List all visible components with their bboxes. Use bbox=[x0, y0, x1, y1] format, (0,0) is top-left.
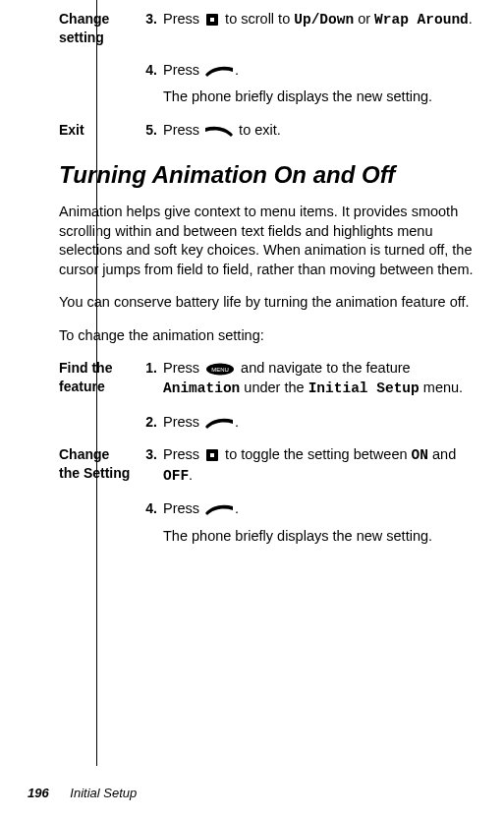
step-number: 3. bbox=[138, 10, 163, 29]
step-body: Press to exit. bbox=[163, 121, 486, 141]
follow-text: The phone briefly displays the new setti… bbox=[163, 88, 486, 107]
softkey-right-icon bbox=[205, 417, 233, 429]
step-body: Press to scroll to Up/Down or Wrap Aroun… bbox=[163, 10, 486, 30]
mono-text: Initial Setup bbox=[308, 380, 420, 396]
page-number: 196 bbox=[28, 786, 49, 800]
svg-rect-1 bbox=[210, 18, 214, 22]
row-label: Change the Setting bbox=[59, 445, 138, 483]
text: Press bbox=[163, 414, 203, 430]
text: . bbox=[235, 62, 239, 78]
step-row: Change setting 3. Press to scroll to Up/… bbox=[59, 10, 486, 47]
softkey-right-icon bbox=[205, 65, 233, 77]
step-row: 4. Press . The phone briefly displays th… bbox=[59, 61, 486, 107]
softkey-left-icon bbox=[205, 125, 233, 137]
text: Press bbox=[163, 11, 203, 27]
step-number: 1. bbox=[138, 359, 163, 378]
mono-text: ON bbox=[412, 447, 428, 463]
mono-text: Up/Down bbox=[294, 12, 354, 28]
step-body: Press MENU and navigate to the feature A… bbox=[163, 359, 486, 398]
text: Press bbox=[163, 360, 203, 376]
row-label: Find the feature bbox=[59, 359, 138, 396]
step-number: 5. bbox=[138, 121, 163, 140]
paragraph: You can conserve battery life by turning… bbox=[59, 293, 486, 313]
nav-key-icon bbox=[205, 448, 219, 462]
nav-key-icon bbox=[205, 13, 219, 27]
step-row: Exit 5. Press to exit. bbox=[59, 121, 486, 141]
text: Press bbox=[163, 62, 203, 78]
text: . bbox=[469, 11, 473, 27]
page-footer: 196 Initial Setup bbox=[28, 786, 137, 800]
text: or bbox=[354, 11, 374, 27]
text: to exit. bbox=[235, 122, 281, 138]
paragraph: Animation helps give context to menu ite… bbox=[59, 203, 486, 279]
step-body: Press . The phone briefly displays the n… bbox=[163, 61, 486, 107]
svg-text:MENU: MENU bbox=[211, 367, 229, 373]
step-row: Find the feature 1. Press MENU and navig… bbox=[59, 359, 486, 398]
step-number: 4. bbox=[138, 61, 163, 80]
softkey-right-icon bbox=[205, 503, 233, 515]
content-area: Change setting 3. Press to scroll to Up/… bbox=[59, 10, 486, 546]
section-heading: Turning Animation On and Off bbox=[59, 161, 486, 189]
step-row: Change the Setting 3. Press to toggle th… bbox=[59, 445, 486, 486]
step-body: Press . The phone briefly displays the n… bbox=[163, 499, 486, 546]
page: Change setting 3. Press to scroll to Up/… bbox=[0, 0, 504, 818]
text: Press bbox=[163, 122, 203, 138]
text: under the bbox=[240, 380, 308, 395]
step-number: 4. bbox=[138, 499, 163, 518]
row-label: Change setting bbox=[59, 10, 138, 47]
step-body: Press . bbox=[163, 413, 486, 433]
step-body: Press to toggle the setting between ON a… bbox=[163, 445, 486, 486]
text: Press bbox=[163, 500, 203, 516]
follow-text: The phone briefly displays the new setti… bbox=[163, 527, 486, 547]
text: and bbox=[428, 446, 456, 462]
row-label: Exit bbox=[59, 121, 138, 140]
text: menu. bbox=[420, 380, 463, 395]
step-row: 4. Press . The phone briefly displays th… bbox=[59, 499, 486, 546]
text: and navigate to the feature bbox=[237, 360, 411, 376]
mono-text: OFF bbox=[163, 468, 189, 484]
mono-text: Animation bbox=[163, 380, 240, 396]
step-number: 3. bbox=[138, 445, 163, 464]
mono-text: Wrap Around bbox=[374, 12, 469, 28]
text: . bbox=[235, 500, 239, 516]
footer-title: Initial Setup bbox=[70, 786, 137, 800]
menu-key-icon: MENU bbox=[205, 363, 235, 376]
text: Press bbox=[163, 446, 203, 462]
step-number: 2. bbox=[138, 413, 163, 432]
text: . bbox=[189, 467, 193, 483]
paragraph: To change the animation setting: bbox=[59, 326, 486, 346]
text: to scroll to bbox=[221, 11, 294, 27]
step-row: 2. Press . bbox=[59, 413, 486, 433]
svg-rect-5 bbox=[210, 453, 214, 457]
text: to toggle the setting between bbox=[221, 446, 411, 462]
text: . bbox=[235, 414, 239, 430]
